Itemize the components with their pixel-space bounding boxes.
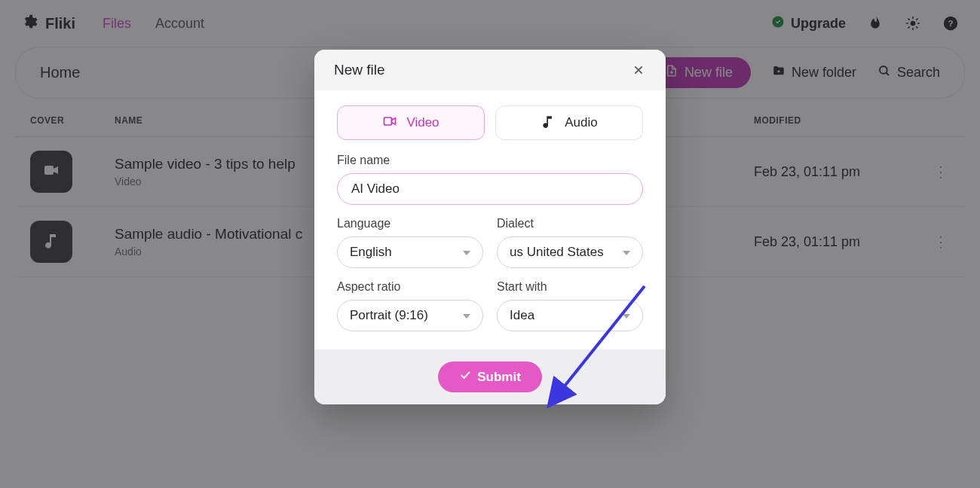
file-name-input[interactable]: [337, 173, 643, 205]
video-icon: [382, 114, 397, 133]
modal-body: Video Audio File name Language English D…: [314, 90, 666, 349]
label-dialect: Dialect: [497, 217, 643, 230]
language-select[interactable]: English: [337, 236, 483, 268]
aspect-ratio-select[interactable]: Portrait (9:16): [337, 300, 483, 331]
audio-icon: [541, 114, 556, 133]
submit-label: Submit: [477, 370, 521, 385]
tab-video[interactable]: Video: [337, 105, 485, 140]
dialect-select[interactable]: us United States: [497, 236, 643, 268]
new-file-modal: New file Video Audio: [314, 50, 666, 404]
submit-button[interactable]: Submit: [438, 361, 542, 392]
label-file-name: File name: [337, 154, 643, 167]
modal-overlay[interactable]: New file Video Audio: [0, 0, 980, 488]
close-icon[interactable]: [631, 63, 646, 78]
tab-audio[interactable]: Audio: [495, 105, 643, 140]
modal-title: New file: [334, 62, 385, 78]
check-icon: [459, 369, 471, 385]
label-language: Language: [337, 217, 483, 230]
label-start-with: Start with: [497, 280, 643, 294]
tab-video-label: Video: [406, 115, 439, 130]
modal-footer: Submit: [314, 349, 666, 404]
label-aspect-ratio: Aspect ratio: [337, 280, 483, 294]
type-tabs: Video Audio: [337, 105, 643, 140]
tab-audio-label: Audio: [565, 115, 597, 130]
modal-header: New file: [314, 50, 666, 90]
svg-rect-21: [384, 117, 392, 125]
start-with-select[interactable]: Idea: [497, 300, 643, 331]
